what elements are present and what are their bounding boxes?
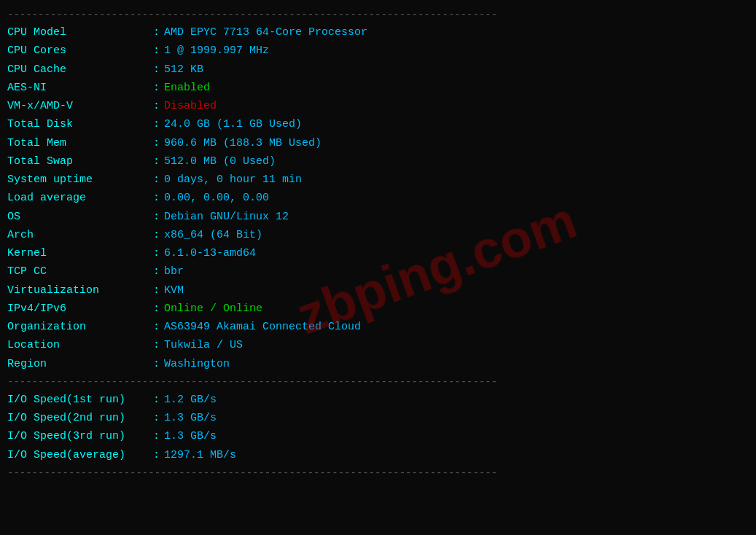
row-colon: : bbox=[153, 245, 160, 262]
row-colon: : bbox=[153, 24, 160, 41]
system-info-row: Load average: 0.00, 0.00, 0.00 bbox=[7, 189, 749, 207]
row-value: 1297.1 MB/s bbox=[164, 447, 236, 464]
row-label: Arch bbox=[7, 227, 153, 243]
row-value: 1 @ 1999.997 MHz bbox=[164, 42, 269, 59]
system-info-row: CPU Cache: 512 KB bbox=[7, 60, 749, 79]
row-value: bbr bbox=[164, 263, 184, 280]
row-value: 1.2 GB/s bbox=[164, 391, 217, 408]
row-colon: : bbox=[153, 282, 160, 299]
row-value: 512.0 MB (0 Used) bbox=[164, 153, 276, 170]
row-value: AS63949 Akamai Connected Cloud bbox=[164, 319, 361, 335]
io-speed-row: I/O Speed(1st run): 1.2 GB/s bbox=[7, 391, 749, 409]
row-label: CPU Cache bbox=[7, 61, 153, 78]
row-label: Kernel bbox=[7, 245, 153, 262]
system-info-row: CPU Cores: 1 @ 1999.997 MHz bbox=[7, 42, 749, 60]
row-label: OS bbox=[7, 208, 153, 225]
row-label: Organization bbox=[7, 319, 153, 335]
row-value: 1.3 GB/s bbox=[164, 410, 217, 426]
system-info-section: CPU Model: AMD EPYC 7713 64-Core Process… bbox=[7, 23, 749, 373]
row-colon: : bbox=[153, 79, 160, 96]
row-value: Debian GNU/Linux 12 bbox=[164, 208, 289, 225]
io-speed-row: I/O Speed(2nd run): 1.3 GB/s bbox=[7, 409, 749, 427]
row-value: KVM bbox=[164, 282, 184, 299]
row-value: x86_64 (64 Bit) bbox=[164, 227, 262, 243]
system-info-row: Total Swap: 512.0 MB (0 Used) bbox=[7, 152, 749, 171]
row-colon: : bbox=[153, 98, 160, 114]
system-info-row: IPv4/IPv6: Online / Online bbox=[7, 300, 749, 318]
row-colon: : bbox=[153, 171, 160, 188]
row-label: CPU Model bbox=[7, 24, 153, 41]
row-label: AES-NI bbox=[7, 79, 153, 96]
row-value: AMD EPYC 7713 64-Core Processor bbox=[164, 24, 367, 41]
top-divider: ----------------------------------------… bbox=[7, 9, 749, 20]
row-colon: : bbox=[153, 61, 160, 78]
row-colon: : bbox=[153, 391, 160, 408]
row-label: Location bbox=[7, 337, 153, 354]
system-info-row: CPU Model: AMD EPYC 7713 64-Core Process… bbox=[7, 23, 749, 42]
row-value: 24.0 GB (1.1 GB Used) bbox=[164, 116, 302, 133]
row-value: 1.3 GB/s bbox=[164, 428, 217, 445]
system-info-row: Kernel: 6.1.0-13-amd64 bbox=[7, 244, 749, 262]
system-info-row: Arch: x86_64 (64 Bit) bbox=[7, 226, 749, 244]
row-label: Virtualization bbox=[7, 282, 153, 299]
system-info-row: Virtualization: KVM bbox=[7, 281, 749, 300]
row-value: Disabled bbox=[164, 98, 217, 114]
row-label: CPU Cores bbox=[7, 42, 153, 59]
io-speed-section: I/O Speed(1st run): 1.2 GB/sI/O Speed(2n… bbox=[7, 391, 749, 464]
row-label: IPv4/IPv6 bbox=[7, 300, 153, 317]
row-value: 512 KB bbox=[164, 61, 203, 78]
mid-divider: ----------------------------------------… bbox=[7, 376, 749, 388]
io-speed-row: I/O Speed(3rd run): 1.3 GB/s bbox=[7, 427, 749, 445]
row-value: 6.1.0-13-amd64 bbox=[164, 245, 256, 262]
row-colon: : bbox=[153, 116, 160, 133]
row-value: 0 days, 0 hour 11 min bbox=[164, 171, 302, 188]
system-info-row: TCP CC: bbr bbox=[7, 262, 749, 281]
row-colon: : bbox=[153, 410, 160, 426]
row-colon: : bbox=[153, 153, 160, 170]
row-colon: : bbox=[153, 337, 160, 354]
row-label: I/O Speed(1st run) bbox=[7, 391, 153, 408]
row-value: Washington bbox=[164, 356, 230, 372]
system-info-row: AES-NI: Enabled bbox=[7, 79, 749, 97]
row-value: Enabled bbox=[164, 79, 210, 96]
system-info-row: OS: Debian GNU/Linux 12 bbox=[7, 208, 749, 226]
system-info-row: Organization: AS63949 Akamai Connected C… bbox=[7, 318, 749, 336]
system-info-row: Total Mem: 960.6 MB (188.3 MB Used) bbox=[7, 134, 749, 152]
system-info-row: System uptime: 0 days, 0 hour 11 min bbox=[7, 171, 749, 189]
row-value: Tukwila / US bbox=[164, 337, 243, 354]
row-colon: : bbox=[153, 135, 160, 152]
row-label: I/O Speed(average) bbox=[7, 447, 153, 464]
row-colon: : bbox=[153, 208, 160, 225]
row-label: I/O Speed(2nd run) bbox=[7, 410, 153, 426]
row-colon: : bbox=[153, 428, 160, 445]
io-speed-row: I/O Speed(average): 1297.1 MB/s bbox=[7, 446, 749, 464]
row-colon: : bbox=[153, 300, 160, 317]
row-value: 0.00, 0.00, 0.00 bbox=[164, 190, 269, 206]
system-info-row: Location: Tukwila / US bbox=[7, 336, 749, 354]
bottom-divider: ----------------------------------------… bbox=[7, 467, 749, 479]
row-value: 960.6 MB (188.3 MB Used) bbox=[164, 135, 322, 152]
row-label: Total Swap bbox=[7, 153, 153, 170]
row-colon: : bbox=[153, 356, 160, 372]
row-label: Total Disk bbox=[7, 116, 153, 133]
system-info-row: Total Disk: 24.0 GB (1.1 GB Used) bbox=[7, 115, 749, 133]
row-colon: : bbox=[153, 227, 160, 243]
row-label: Region bbox=[7, 356, 153, 372]
row-label: Load average bbox=[7, 190, 153, 206]
row-label: Total Mem bbox=[7, 135, 153, 152]
row-colon: : bbox=[153, 319, 160, 335]
system-info-row: Region: Washington bbox=[7, 355, 749, 373]
row-label: I/O Speed(3rd run) bbox=[7, 428, 153, 445]
row-colon: : bbox=[153, 42, 160, 59]
row-label: VM-x/AMD-V bbox=[7, 98, 153, 114]
row-colon: : bbox=[153, 263, 160, 280]
row-colon: : bbox=[153, 447, 160, 464]
row-label: System uptime bbox=[7, 171, 153, 188]
system-info-row: VM-x/AMD-V: Disabled bbox=[7, 97, 749, 115]
row-label: TCP CC bbox=[7, 263, 153, 280]
row-value: Online / Online bbox=[164, 300, 262, 317]
row-colon: : bbox=[153, 190, 160, 206]
